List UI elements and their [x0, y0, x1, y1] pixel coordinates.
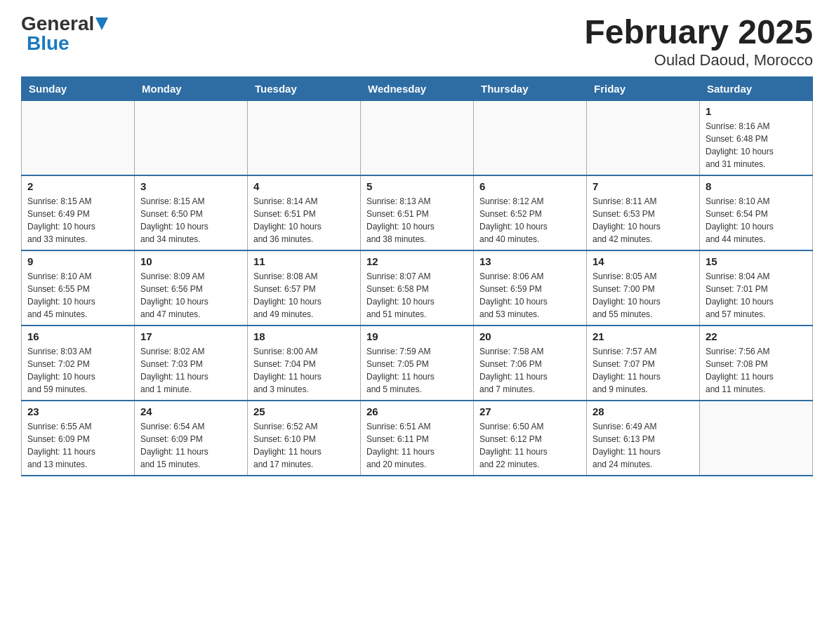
day-of-week-header: Sunday — [22, 76, 135, 100]
calendar-day-cell: 21Sunrise: 7:57 AM Sunset: 7:07 PM Dayli… — [587, 326, 700, 401]
day-number: 17 — [140, 330, 241, 342]
calendar-day-cell: 22Sunrise: 7:56 AM Sunset: 7:08 PM Dayli… — [700, 326, 813, 401]
day-info: Sunrise: 8:07 AM Sunset: 6:58 PM Dayligh… — [366, 270, 468, 321]
day-info: Sunrise: 8:15 AM Sunset: 6:50 PM Dayligh… — [140, 195, 241, 246]
day-number: 19 — [366, 330, 468, 342]
calendar-day-cell — [700, 401, 813, 476]
day-number: 5 — [366, 180, 468, 192]
calendar-subtitle: Oulad Daoud, Morocco — [584, 51, 813, 69]
calendar-day-cell: 26Sunrise: 6:51 AM Sunset: 6:11 PM Dayli… — [361, 401, 474, 476]
day-of-week-header: Monday — [135, 76, 248, 100]
calendar-day-cell: 6Sunrise: 8:12 AM Sunset: 6:52 PM Daylig… — [474, 175, 587, 250]
calendar-day-cell — [135, 100, 248, 175]
day-info: Sunrise: 8:12 AM Sunset: 6:52 PM Dayligh… — [479, 195, 581, 246]
day-number: 20 — [479, 330, 581, 342]
day-number: 2 — [27, 180, 128, 192]
svg-marker-0 — [95, 18, 108, 30]
day-info: Sunrise: 8:09 AM Sunset: 6:56 PM Dayligh… — [140, 270, 241, 321]
day-info: Sunrise: 8:16 AM Sunset: 6:48 PM Dayligh… — [706, 120, 807, 170]
calendar-table: SundayMondayTuesdayWednesdayThursdayFrid… — [21, 76, 813, 476]
day-info: Sunrise: 8:02 AM Sunset: 7:03 PM Dayligh… — [140, 345, 241, 396]
day-of-week-header: Wednesday — [361, 76, 474, 100]
calendar-week-row: 9Sunrise: 8:10 AM Sunset: 6:55 PM Daylig… — [22, 250, 813, 326]
calendar-day-cell: 13Sunrise: 8:06 AM Sunset: 6:59 PM Dayli… — [474, 250, 587, 326]
day-number: 6 — [479, 180, 581, 192]
day-info: Sunrise: 6:55 AM Sunset: 6:09 PM Dayligh… — [27, 420, 128, 471]
calendar-day-cell: 4Sunrise: 8:14 AM Sunset: 6:51 PM Daylig… — [248, 175, 361, 250]
day-number: 13 — [479, 255, 581, 267]
day-info: Sunrise: 8:11 AM Sunset: 6:53 PM Dayligh… — [593, 195, 694, 246]
day-number: 7 — [593, 180, 694, 192]
day-number: 23 — [27, 405, 128, 417]
day-info: Sunrise: 8:15 AM Sunset: 6:49 PM Dayligh… — [27, 195, 128, 246]
calendar-day-cell: 16Sunrise: 8:03 AM Sunset: 7:02 PM Dayli… — [22, 326, 135, 401]
calendar-day-cell: 5Sunrise: 8:13 AM Sunset: 6:51 PM Daylig… — [361, 175, 474, 250]
calendar-day-cell: 10Sunrise: 8:09 AM Sunset: 6:56 PM Dayli… — [135, 250, 248, 326]
calendar-day-cell — [248, 100, 361, 175]
calendar-day-cell — [474, 100, 587, 175]
logo-general-text: General — [21, 14, 94, 34]
day-of-week-header: Saturday — [700, 76, 813, 100]
calendar-day-cell: 12Sunrise: 8:07 AM Sunset: 6:58 PM Dayli… — [361, 250, 474, 326]
day-number: 15 — [706, 255, 807, 267]
calendar-day-cell: 2Sunrise: 8:15 AM Sunset: 6:49 PM Daylig… — [22, 175, 135, 250]
day-info: Sunrise: 7:58 AM Sunset: 7:06 PM Dayligh… — [479, 345, 581, 396]
calendar-day-cell: 25Sunrise: 6:52 AM Sunset: 6:10 PM Dayli… — [248, 401, 361, 476]
day-number: 21 — [593, 330, 694, 342]
logo-blue-text: Blue — [27, 34, 70, 53]
day-info: Sunrise: 6:49 AM Sunset: 6:13 PM Dayligh… — [593, 420, 694, 471]
calendar-day-cell: 18Sunrise: 8:00 AM Sunset: 7:04 PM Dayli… — [248, 326, 361, 401]
day-number: 25 — [253, 405, 355, 417]
day-number: 8 — [706, 180, 807, 192]
calendar-day-cell — [22, 100, 135, 175]
day-info: Sunrise: 6:51 AM Sunset: 6:11 PM Dayligh… — [366, 420, 468, 471]
calendar-day-cell: 3Sunrise: 8:15 AM Sunset: 6:50 PM Daylig… — [135, 175, 248, 250]
day-number: 27 — [479, 405, 581, 417]
day-number: 16 — [27, 330, 128, 342]
day-of-week-header: Friday — [587, 76, 700, 100]
calendar-day-cell: 9Sunrise: 8:10 AM Sunset: 6:55 PM Daylig… — [22, 250, 135, 326]
calendar-week-row: 1Sunrise: 8:16 AM Sunset: 6:48 PM Daylig… — [22, 100, 813, 175]
day-number: 22 — [706, 330, 807, 342]
calendar-day-cell — [587, 100, 700, 175]
day-info: Sunrise: 8:00 AM Sunset: 7:04 PM Dayligh… — [253, 345, 355, 396]
day-number: 28 — [593, 405, 694, 417]
day-number: 24 — [140, 405, 241, 417]
day-info: Sunrise: 7:59 AM Sunset: 7:05 PM Dayligh… — [366, 345, 468, 396]
logo: General Blue — [21, 14, 108, 53]
logo-triangle-icon — [95, 18, 108, 32]
calendar-day-cell: 8Sunrise: 8:10 AM Sunset: 6:54 PM Daylig… — [700, 175, 813, 250]
day-info: Sunrise: 6:54 AM Sunset: 6:09 PM Dayligh… — [140, 420, 241, 471]
day-number: 26 — [366, 405, 468, 417]
calendar-header-row: SundayMondayTuesdayWednesdayThursdayFrid… — [22, 76, 813, 100]
calendar-day-cell: 19Sunrise: 7:59 AM Sunset: 7:05 PM Dayli… — [361, 326, 474, 401]
day-number: 18 — [253, 330, 355, 342]
day-info: Sunrise: 6:52 AM Sunset: 6:10 PM Dayligh… — [253, 420, 355, 471]
day-number: 9 — [27, 255, 128, 267]
day-number: 1 — [706, 105, 807, 117]
calendar-day-cell: 1Sunrise: 8:16 AM Sunset: 6:48 PM Daylig… — [700, 100, 813, 175]
title-block: February 2025 Oulad Daoud, Morocco — [584, 14, 813, 69]
day-info: Sunrise: 8:10 AM Sunset: 6:55 PM Dayligh… — [27, 270, 128, 321]
day-info: Sunrise: 8:05 AM Sunset: 7:00 PM Dayligh… — [593, 270, 694, 321]
day-number: 12 — [366, 255, 468, 267]
day-info: Sunrise: 8:10 AM Sunset: 6:54 PM Dayligh… — [706, 195, 807, 246]
calendar-week-row: 23Sunrise: 6:55 AM Sunset: 6:09 PM Dayli… — [22, 401, 813, 476]
day-info: Sunrise: 8:13 AM Sunset: 6:51 PM Dayligh… — [366, 195, 468, 246]
calendar-day-cell: 24Sunrise: 6:54 AM Sunset: 6:09 PM Dayli… — [135, 401, 248, 476]
day-info: Sunrise: 6:50 AM Sunset: 6:12 PM Dayligh… — [479, 420, 581, 471]
calendar-day-cell: 27Sunrise: 6:50 AM Sunset: 6:12 PM Dayli… — [474, 401, 587, 476]
calendar-day-cell: 20Sunrise: 7:58 AM Sunset: 7:06 PM Dayli… — [474, 326, 587, 401]
day-info: Sunrise: 8:14 AM Sunset: 6:51 PM Dayligh… — [253, 195, 355, 246]
day-number: 3 — [140, 180, 241, 192]
day-info: Sunrise: 7:56 AM Sunset: 7:08 PM Dayligh… — [706, 345, 807, 396]
day-info: Sunrise: 7:57 AM Sunset: 7:07 PM Dayligh… — [593, 345, 694, 396]
calendar-day-cell: 23Sunrise: 6:55 AM Sunset: 6:09 PM Dayli… — [22, 401, 135, 476]
day-info: Sunrise: 8:03 AM Sunset: 7:02 PM Dayligh… — [27, 345, 128, 396]
calendar-title: February 2025 — [584, 14, 813, 51]
page-header: General Blue February 2025 Oulad Daoud, … — [21, 14, 813, 69]
calendar-day-cell: 11Sunrise: 8:08 AM Sunset: 6:57 PM Dayli… — [248, 250, 361, 326]
day-number: 4 — [253, 180, 355, 192]
day-of-week-header: Thursday — [474, 76, 587, 100]
calendar-day-cell: 14Sunrise: 8:05 AM Sunset: 7:00 PM Dayli… — [587, 250, 700, 326]
